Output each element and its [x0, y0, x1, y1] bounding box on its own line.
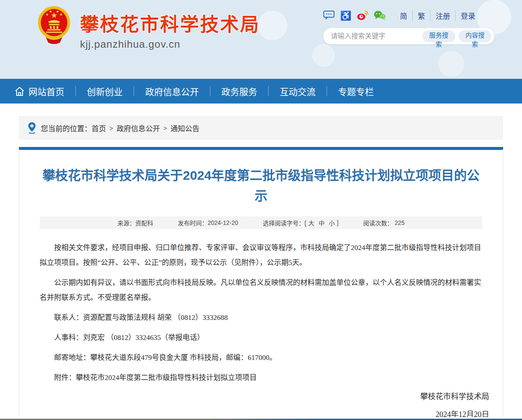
quick-links: 简 繁 注册 登录	[395, 10, 480, 21]
paragraph-hr-contact: 人事科：刘克宏 （0812）3324635（举报电话）	[40, 330, 482, 345]
meta-source-value: 资配科	[135, 219, 153, 227]
paragraph-contact: 联系人：资源配置与政策法规科 胡荣 （0812）3332688	[40, 310, 482, 325]
article-signature: 攀枝花市科学技术局 2024年12月20日	[19, 390, 489, 417]
breadcrumb-separator: >	[163, 124, 167, 132]
link-login[interactable]: 登录	[455, 10, 480, 21]
font-size-large[interactable]: 大	[308, 219, 314, 227]
font-size-medium[interactable]: 中	[318, 219, 324, 227]
paragraph-objection: 公示期内如有异议，请以书面形式向市科技局反映。凡以单位名义反映情况的材料需加盖单…	[40, 275, 482, 305]
meta-publish-label: 发布时间：	[178, 219, 208, 227]
nav-item-label: 网站首页	[29, 85, 64, 98]
signature-org: 攀枝花市科学技术局	[19, 390, 489, 401]
nav-item-interaction[interactable]: 互动交流	[280, 85, 315, 98]
nav-divider	[327, 86, 327, 96]
svg-text:★: ★	[46, 12, 49, 16]
message-icon[interactable]	[323, 10, 335, 20]
article-meta-bar: 来源： 资配科 发布时间： 2024-12-20 选择阅读字号：[ 大 中 小 …	[40, 216, 482, 229]
article-body: 按相关文件要求，经项目申报、归口单位推荐、专家评审、会议审议等程序，市科技局确定…	[40, 240, 482, 385]
nav-divider	[75, 86, 76, 96]
meta-views-value: 225	[395, 219, 404, 226]
font-size-small[interactable]: 小	[329, 219, 335, 227]
nav-item-innovation[interactable]: 创新创业	[87, 85, 123, 98]
accessibility-icon[interactable]: ♿	[340, 11, 351, 20]
meta-font-size-suffix: ]	[337, 219, 338, 226]
breadcrumb: 您当前的位置： 首页 > 政府信息公开 > 通知公告	[19, 116, 503, 140]
site-title: 攀枝花市科学技术局	[80, 9, 260, 37]
page: ★ ★ ★ ★ ★ 攀枝花市科学技术局	[0, 0, 522, 420]
nav-item-special-topics[interactable]: 专题专栏	[338, 85, 374, 98]
nav-divider	[268, 86, 269, 96]
nav-item-home[interactable]: 网站首页	[14, 85, 64, 98]
nav-divider	[134, 86, 134, 96]
attachment-link[interactable]: 附件：攀枝花市2024年度第二批市级指导性科技计划拟立项项目	[40, 370, 482, 385]
search-bar: 服务搜索 内容搜索	[323, 28, 494, 44]
breadcrumb-home[interactable]: 首页	[92, 123, 106, 133]
article-title: 攀枝花市科学技术局关于2024年度第二批市级指导性科技计划拟立项项目的公示	[39, 165, 483, 206]
nav-item-gov-services[interactable]: 政务服务	[221, 85, 257, 98]
brand: ★ ★ ★ ★ ★ 攀枝花市科学技术局	[37, 0, 260, 79]
breadcrumb-label: 您当前的位置：	[41, 123, 92, 133]
site-url: kjj.panzhihua.gov.cn	[80, 38, 260, 50]
link-register[interactable]: 注册	[430, 10, 455, 21]
location-pin-icon	[27, 122, 37, 134]
svg-text:★: ★	[56, 9, 60, 13]
header-right: ♿	[323, 0, 494, 79]
meta-views-label: 阅读次数：	[363, 219, 393, 227]
paragraph-mail-address: 邮寄地址：攀枝花大道东段479号良金大厦 市科技局，邮编：617000。	[40, 350, 482, 365]
meta-publish-date: 发布时间： 2024-12-20	[178, 219, 238, 227]
article-container: 攀枝花市科学技术局关于2024年度第二批市级指导性科技计划拟立项项目的公示 来源…	[19, 147, 503, 417]
paragraph-procedure: 按相关文件要求，经项目申报、归口单位推荐、专家评审、会议审议等程序，市科技局确定…	[40, 240, 482, 270]
main-nav: 网站首页 创新创业 政府信息公开 政务服务 互动交流 专题专栏	[0, 79, 522, 104]
meta-view-count: 阅读次数： 225	[363, 219, 404, 227]
national-emblem-logo: ★ ★ ★ ★ ★	[37, 5, 72, 46]
search-input[interactable]	[331, 32, 419, 40]
meta-font-size-selector: 选择阅读字号：[ 大 中 小 ]	[263, 219, 338, 227]
signature-date: 2024年12月20日	[19, 408, 489, 417]
site-header: ★ ★ ★ ★ ★ 攀枝花市科学技术局	[0, 0, 522, 79]
wechat-icon[interactable]	[374, 10, 386, 20]
svg-text:★: ★	[60, 12, 63, 16]
svg-text:★: ★	[49, 9, 52, 13]
link-simplified[interactable]: 简	[395, 10, 412, 21]
meta-source-label: 来源：	[118, 219, 135, 227]
breadcrumb-separator: >	[109, 124, 113, 132]
breadcrumb-gov-info[interactable]: 政府信息公开	[117, 123, 160, 133]
home-icon	[14, 86, 25, 96]
service-search-button[interactable]: 服务搜索	[422, 30, 455, 42]
breadcrumb-notices[interactable]: 通知公告	[171, 123, 200, 133]
nav-item-gov-info[interactable]: 政府信息公开	[145, 85, 199, 98]
link-traditional[interactable]: 繁	[412, 10, 430, 21]
header-quick-row: ♿	[323, 9, 494, 21]
nav-divider	[210, 86, 210, 96]
content-search-button[interactable]: 内容搜索	[459, 30, 491, 42]
weibo-icon[interactable]	[357, 10, 368, 20]
meta-publish-value: 2024-12-20	[208, 219, 238, 226]
meta-source: 来源： 资配科	[118, 219, 153, 227]
meta-font-size-label: 选择阅读字号：[	[263, 219, 306, 227]
